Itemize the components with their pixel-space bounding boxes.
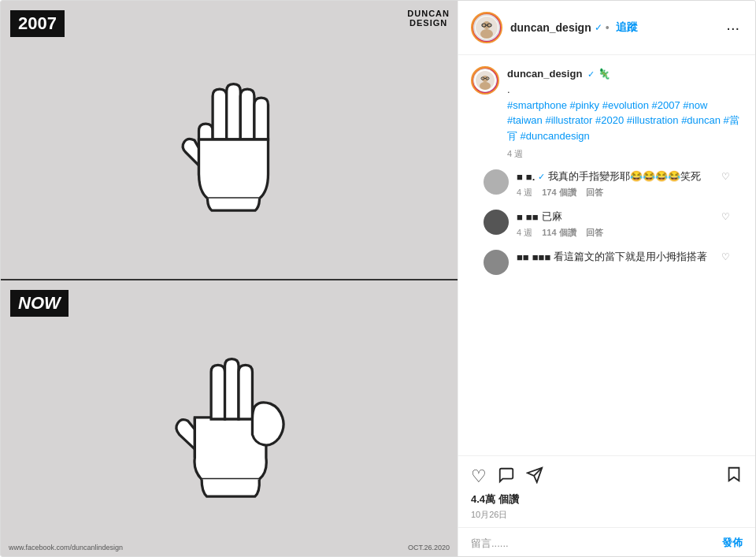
caption-username[interactable]: duncan_design: [507, 68, 582, 80]
actions-row: ♡: [471, 466, 743, 488]
avatar-face-svg: [476, 17, 498, 39]
caption-dot: .: [507, 84, 510, 95]
comment-heart-3[interactable]: ♡: [721, 251, 730, 262]
bottom-date: OCT.26.2020: [408, 544, 450, 551]
comment-likes-2: 114 個讚: [542, 227, 576, 239]
comment-username-1a[interactable]: ■: [517, 171, 523, 183]
comment-input-row: 發佈: [458, 527, 755, 557]
header-avatar[interactable]: [471, 12, 502, 43]
comment-body-1: ■ ■. ✓ 我真的手指變形耶😂😂😂😂笑死 ♡ 4 週 174 個讚 回答: [517, 169, 730, 199]
comment-meta-2: 4 週 114 個讚 回答: [517, 227, 730, 239]
comment-avatar-1[interactable]: [484, 169, 509, 195]
caption-tags[interactable]: #smartphone #pinky #evolution #2007 #now…: [507, 99, 739, 142]
caption-body: . #smartphone #pinky #evolution #2007 #n…: [507, 82, 743, 143]
comment-input[interactable]: [471, 537, 714, 549]
post-date: 10月26日: [471, 509, 743, 521]
caption-comments-area: duncan_design ✓ 🦎 . #smartphone #pinky #…: [458, 55, 755, 452]
comments-section: ■ ■. ✓ 我真的手指變形耶😂😂😂😂笑死 ♡ 4 週 174 個讚 回答: [471, 169, 743, 275]
hand-2007-svg: [143, 53, 316, 226]
header-username[interactable]: duncan_design: [510, 21, 591, 34]
caption-emoji: 🦎: [598, 68, 610, 80]
comment-item: ■ ■. ✓ 我真的手指變形耶😂😂😂😂笑死 ♡ 4 週 174 個讚 回答: [484, 169, 730, 199]
caption-avatar-svg: [476, 71, 495, 90]
now-label: NOW: [10, 290, 69, 317]
comment-avatar-3[interactable]: [484, 250, 509, 275]
header-verified: ✓: [595, 22, 602, 33]
comment-reply-1[interactable]: 回答: [586, 187, 603, 199]
duncan-logo: DUNCAN DESIGN: [407, 9, 450, 28]
comment-text-1: 我真的手指變形耶😂😂😂😂笑死: [548, 169, 701, 184]
comment-username-2b[interactable]: ■■: [526, 211, 539, 223]
year-label: 2007: [10, 10, 65, 37]
comment-username-3a[interactable]: ■■: [517, 251, 529, 263]
svg-marker-14: [729, 468, 739, 481]
comment-meta-1: 4 週 174 個讚 回答: [517, 187, 730, 199]
svg-point-2: [480, 29, 493, 39]
comment-heart-2[interactable]: ♡: [721, 211, 730, 222]
comment-likes-1: 174 個讚: [542, 187, 576, 199]
comment-username-1b[interactable]: ■.: [526, 171, 535, 183]
comment-text-2: 已麻: [542, 210, 562, 224]
post-header: duncan_design ✓ • 追蹤 ···: [458, 1, 755, 55]
comment-time-2: 4 週: [517, 227, 532, 239]
comment-body-3: ■■ ■■■ 看這篇文的當下就是用小拇指搭著 ♡: [517, 250, 730, 264]
caption-verified: ✓: [587, 69, 595, 79]
comment-text-3: 看這篇文的當下就是用小拇指搭著: [554, 250, 707, 264]
image-bottom: NOW www.facebook.com/duncanli: [1, 280, 458, 558]
dot-separator: •: [606, 21, 610, 34]
comment-verified-1: ✓: [538, 172, 545, 182]
likes-count: 4.4萬 個讚: [471, 492, 743, 507]
comment-avatar-2[interactable]: [484, 210, 509, 235]
comment-time-1: 4 週: [517, 187, 532, 199]
post-actions: ♡ 4.4萬 個讚: [458, 455, 755, 527]
more-options-button[interactable]: ···: [723, 19, 743, 37]
caption-avatar[interactable]: [471, 66, 499, 95]
post-image-panel: 2007 DUNCAN DESIGN: [1, 1, 458, 557]
share-button[interactable]: [526, 466, 543, 488]
post-info-panel: duncan_design ✓ • 追蹤 ···: [458, 1, 755, 557]
svg-point-8: [480, 82, 491, 90]
header-user-info: duncan_design ✓ • 追蹤: [510, 20, 723, 35]
comment-username-3b[interactable]: ■■■: [532, 251, 551, 263]
instagram-post: 2007 DUNCAN DESIGN: [0, 0, 756, 557]
caption-row: duncan_design ✓ 🦎 . #smartphone #pinky #…: [471, 66, 743, 160]
follow-button[interactable]: 追蹤: [616, 20, 638, 35]
caption-text-block: duncan_design ✓ 🦎 . #smartphone #pinky #…: [507, 66, 743, 160]
comment-item-2: ■ ■■ 已麻 ♡ 4 週 114 個讚 回答: [484, 210, 730, 239]
comment-reply-2[interactable]: 回答: [586, 227, 603, 239]
hand-now-svg: [135, 325, 324, 514]
bottom-caption: www.facebook.com/duncanlindesign: [9, 544, 123, 551]
like-button[interactable]: ♡: [471, 466, 487, 487]
comment-body-2: ■ ■■ 已麻 ♡ 4 週 114 個讚 回答: [517, 210, 730, 239]
comment-username-2a[interactable]: ■: [517, 211, 523, 223]
comment-heart-1[interactable]: ♡: [721, 171, 730, 182]
image-top: 2007 DUNCAN DESIGN: [1, 1, 458, 280]
post-comment-button[interactable]: 發佈: [722, 536, 743, 550]
bookmark-button[interactable]: [725, 466, 743, 488]
comment-button[interactable]: [498, 466, 515, 488]
caption-time: 4 週: [507, 148, 743, 160]
comment-item-3: ■■ ■■■ 看這篇文的當下就是用小拇指搭著 ♡: [484, 250, 730, 275]
